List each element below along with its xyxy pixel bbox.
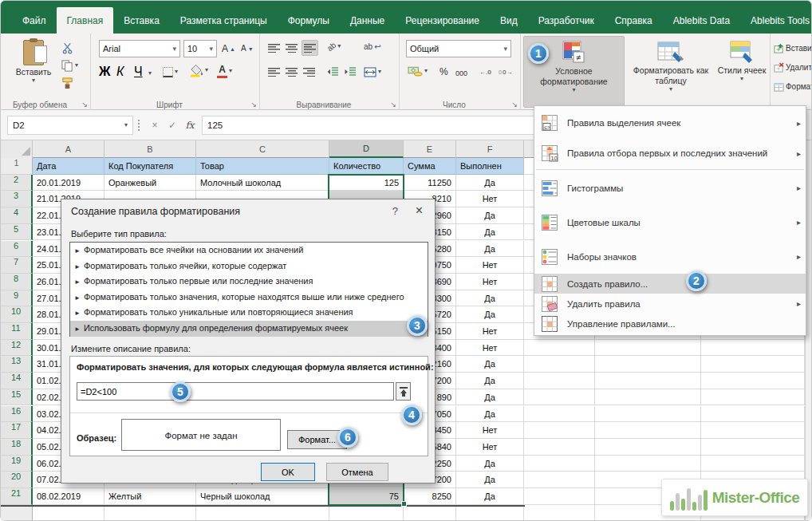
row-header-13[interactable]: 13 <box>1 356 33 373</box>
cell-F20[interactable]: Да <box>456 472 524 488</box>
alignment-dialog-launcher-icon[interactable]: ↘ <box>390 101 396 109</box>
menu-item-highlight-cells-rules[interactable]: ≤>Правила выделения ячеек▸ <box>534 108 806 138</box>
shrink-font-button[interactable]: A▼ <box>239 41 255 57</box>
row-header-12[interactable]: 12 <box>1 340 33 357</box>
menu-item-color-scales[interactable]: Цветовые шкалы▸ <box>534 205 806 239</box>
cell-F14[interactable]: Да <box>456 373 524 389</box>
menu-item-new-rule[interactable]: Создать правило... <box>534 274 806 294</box>
comma-style-button[interactable]: 000 <box>454 65 469 81</box>
cell-F21[interactable]: Да <box>456 488 524 505</box>
row-header-6[interactable]: 6 <box>1 241 33 258</box>
cell-D22[interactable] <box>329 505 404 521</box>
cell-G16[interactable] <box>524 406 595 423</box>
cell-I17[interactable] <box>701 422 805 439</box>
chevron-down-icon[interactable]: ▾ <box>148 70 152 77</box>
tab-view[interactable]: Вид <box>490 7 528 34</box>
cell-C21[interactable]: Черный шоколад <box>196 488 329 505</box>
decrease-decimal-button[interactable]: 00→ <box>497 64 514 80</box>
cancel-entry-button[interactable]: × <box>146 116 164 135</box>
row-header-22[interactable] <box>1 505 33 521</box>
cell-G18[interactable] <box>524 439 595 456</box>
cell-F8[interactable]: Нет <box>456 274 524 290</box>
cell-H16[interactable] <box>595 406 701 423</box>
format-as-table-button[interactable]: Форматировать как таблицу ▾ <box>627 36 715 108</box>
grow-font-button[interactable]: A▲ <box>220 41 237 57</box>
cell-F15[interactable]: Да <box>456 389 524 406</box>
column-header-A[interactable]: A <box>33 140 104 158</box>
cell-F9[interactable]: Да <box>456 290 524 307</box>
cell-F19[interactable]: Да <box>456 456 524 472</box>
underline-button[interactable]: Ч <box>132 64 144 80</box>
cell-I19[interactable] <box>701 456 805 472</box>
dialog-help-button[interactable]: ? <box>392 205 398 217</box>
tab-help[interactable]: Справка <box>605 7 663 34</box>
cell-G20[interactable] <box>524 472 595 488</box>
cell-F2[interactable]: Да <box>456 175 524 191</box>
font-family-select[interactable]: Arial▾ <box>99 40 180 57</box>
cell-G21[interactable] <box>524 488 595 505</box>
cell-F18[interactable]: Нет <box>456 439 524 456</box>
cell-I12[interactable] <box>701 340 805 357</box>
menu-item-manage-rules[interactable]: Управление правилами... <box>534 314 806 334</box>
menu-item-icon-sets[interactable]: Наборы значков▸ <box>534 239 806 274</box>
rule-type-item[interactable]: ►Форматировать только ячейки, которые со… <box>70 259 428 274</box>
cell-B1[interactable]: Код Покупателя <box>104 158 196 175</box>
font-size-select[interactable]: 10▾ <box>183 40 217 57</box>
cell-styles-button[interactable]: Стили ячеек ▾ <box>716 36 767 108</box>
select-all-corner[interactable] <box>1 140 33 158</box>
cell-H17[interactable] <box>595 422 701 439</box>
menu-item-data-bars[interactable]: Гистограммы▸ <box>534 171 806 205</box>
cell-C1[interactable]: Товар <box>196 158 329 175</box>
cell-B22[interactable] <box>104 505 196 521</box>
increase-decimal-button[interactable]: ←.00 <box>478 64 495 80</box>
fill-color-button[interactable]: ▾ <box>188 62 210 78</box>
tab-formulas[interactable]: Формулы <box>278 7 340 34</box>
rule-type-item[interactable]: ►Использовать формулу для определения фо… <box>70 321 428 337</box>
align-right-button[interactable] <box>302 64 317 80</box>
delete-cells-button[interactable]: Удалить ▾ <box>772 59 812 75</box>
row-header-5[interactable]: 5 <box>1 224 33 241</box>
align-left-button[interactable] <box>266 64 282 80</box>
wrap-text-button[interactable]: ab ↩ <box>362 38 383 54</box>
cell-F13[interactable]: Да <box>456 356 524 373</box>
align-middle-button[interactable] <box>284 40 299 56</box>
collapse-dialog-button[interactable] <box>396 382 411 401</box>
format-painter-button[interactable] <box>60 75 75 91</box>
cell-D21[interactable]: 75 <box>329 488 404 505</box>
confirm-entry-button[interactable]: ✓ <box>164 116 181 135</box>
cell-F5[interactable]: Да <box>456 224 524 241</box>
rule-type-item[interactable]: ►Форматировать все ячейки на основании и… <box>70 243 428 259</box>
cell-H19[interactable] <box>595 456 701 472</box>
cell-H12[interactable] <box>595 340 701 357</box>
row-header-1[interactable]: 1 <box>1 158 33 175</box>
dialog-titlebar[interactable]: Создание правила форматирования <box>61 199 435 223</box>
row-header-11[interactable]: 11 <box>1 323 33 340</box>
copy-button[interactable]: ▾ <box>60 57 80 73</box>
cell-I14[interactable] <box>701 373 805 389</box>
number-dialog-launcher-icon[interactable]: ↘ <box>511 101 518 109</box>
cell-A1[interactable]: Дата <box>33 158 104 175</box>
column-header-B[interactable]: B <box>104 140 196 158</box>
cell-D2[interactable]: 125 <box>329 175 404 191</box>
cell-F1[interactable]: Выполнен <box>456 158 524 175</box>
row-header-20[interactable]: 20 <box>1 472 33 488</box>
dialog-close-button[interactable]: × <box>416 203 423 218</box>
paste-button[interactable]: Вставить ▾ <box>12 37 55 99</box>
row-header-9[interactable]: 9 <box>1 290 33 307</box>
cell-A2[interactable]: 20.01.2019 <box>33 175 104 191</box>
font-dialog-launcher-icon[interactable]: ↘ <box>250 101 257 109</box>
row-header-10[interactable]: 10 <box>1 306 33 323</box>
cell-E1[interactable]: Сумма <box>404 158 456 175</box>
cell-F11[interactable]: Нет <box>456 323 524 340</box>
cell-C22[interactable] <box>196 505 329 521</box>
cell-H14[interactable] <box>595 373 701 389</box>
rule-type-item[interactable]: ►Форматировать только уникальные или пов… <box>70 305 428 321</box>
cell-D1[interactable]: Количество <box>329 158 404 175</box>
row-header-17[interactable]: 17 <box>1 422 33 439</box>
ok-button[interactable]: OK <box>261 463 315 481</box>
tab-home[interactable]: Главная <box>57 7 114 34</box>
font-color-button[interactable]: А ▾ <box>215 63 234 79</box>
column-header-D[interactable]: D <box>329 140 404 158</box>
cell-G19[interactable] <box>524 456 595 472</box>
cell-G12[interactable] <box>524 340 595 357</box>
